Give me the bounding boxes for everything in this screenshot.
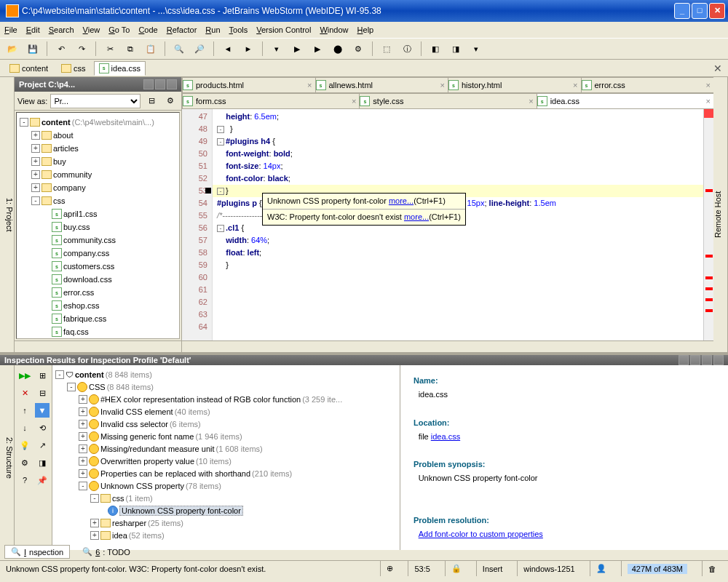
help-icon[interactable]: ⓘ	[399, 41, 415, 57]
project-panel-header: Project C:\p4...	[15, 77, 181, 92]
breadcrumb-css[interactable]: css	[56, 62, 91, 75]
filter-icon[interactable]: ▼	[35, 403, 50, 418]
code-editor[interactable]: height: 6.5em;- }-#plugins h4 { font-wei…	[213, 109, 703, 340]
status-message: Unknown CSS property font-color. W3C: Pr…	[6, 565, 266, 573]
sidetab-remote[interactable]: Remote Host	[713, 77, 728, 352]
tab-idea.css[interactable]: s idea.css ×	[537, 93, 714, 108]
run-icon[interactable]: ▶	[289, 41, 305, 57]
collapse-all-icon[interactable]: ⊟	[35, 386, 50, 400]
redo-icon[interactable]: ↷	[74, 41, 90, 57]
status-memory[interactable]: 427M of 483M	[628, 564, 687, 574]
panel-float-icon[interactable]	[155, 79, 165, 89]
ins-float-icon[interactable]	[690, 355, 700, 365]
nav-down-icon[interactable]: ↓	[17, 420, 32, 435]
remove-icon[interactable]: ✕	[17, 386, 32, 400]
sidetab-project[interactable]: 1: Project	[0, 77, 15, 352]
menu-window[interactable]: Window	[320, 25, 348, 34]
menu-version-control[interactable]: Version Control	[256, 25, 311, 34]
window-title: C:\p4\website\main\static\content - ...\…	[22, 6, 674, 16]
status-readonly-icon[interactable]: 🔒	[445, 561, 467, 576]
detail-name: idea.css	[419, 390, 448, 399]
cut-icon[interactable]: ✂	[102, 41, 118, 57]
status-encoding[interactable]: windows-1251	[517, 561, 580, 576]
back-icon[interactable]: ◄	[220, 41, 236, 57]
menu-run[interactable]: Run	[205, 25, 220, 34]
inspection-tree[interactable]: -🛡 content (8 848 items)- CSS (8 848 ite…	[52, 365, 400, 550]
tab-form.css[interactable]: s form.css ×	[182, 93, 360, 108]
minimize-button[interactable]: _	[674, 3, 690, 19]
error-stripe[interactable]	[703, 109, 713, 340]
misc1-icon[interactable]: ◧	[427, 41, 443, 57]
replace-icon[interactable]: 🔎	[191, 41, 207, 57]
close-button[interactable]: ✕	[709, 3, 725, 19]
misc2-icon[interactable]: ◨	[448, 41, 464, 57]
ins-pin-icon[interactable]	[702, 355, 712, 365]
status-inspector-icon[interactable]: 👤	[590, 561, 612, 576]
menu-code[interactable]: Code	[138, 25, 157, 34]
ins-min-icon[interactable]	[678, 355, 689, 365]
inspection-header: Inspection Results for Inspection Profil…	[0, 355, 728, 365]
menu-help[interactable]: Help	[357, 25, 374, 34]
detail-resolution-link[interactable]: Add font-color to custom properties	[419, 530, 543, 538]
menu-refactor[interactable]: Refactor	[167, 25, 197, 34]
detail-name-label: Name:	[414, 376, 438, 385]
view-as-select[interactable]: Pr...	[50, 94, 141, 108]
dropdown-icon[interactable]: ▾	[468, 41, 484, 57]
help2-icon[interactable]: ?	[17, 473, 32, 487]
tab-error.css[interactable]: s error.css ×	[581, 77, 715, 92]
menu-file[interactable]: File	[4, 25, 17, 34]
config-icon[interactable]: ⚙	[350, 41, 366, 57]
bottomtab-6: TODO[interactable]: 🔍 6: TODO	[76, 545, 137, 559]
open-icon[interactable]: 📂	[4, 41, 20, 57]
debug-icon[interactable]: ▶	[309, 41, 325, 57]
maximize-button[interactable]: □	[692, 3, 708, 19]
expand-icon[interactable]: ⊞	[35, 368, 50, 383]
rerun-icon[interactable]: ▶▶	[17, 368, 32, 383]
sidetab-structure[interactable]: 2: Structure	[0, 365, 15, 550]
ins-close-icon[interactable]	[713, 355, 724, 365]
project-panel: Project C:\p4... View as: Pr... ⊟ ⚙ - co…	[15, 77, 182, 352]
breadcrumb-idea.css[interactable]: s idea.css	[94, 61, 146, 76]
tab-products.html[interactable]: s products.html ×	[182, 77, 316, 92]
find-icon[interactable]: 🔍	[171, 41, 187, 57]
paste-icon[interactable]: 📋	[143, 41, 159, 57]
menu-go-to[interactable]: Go To	[108, 25, 130, 34]
panel-close-icon[interactable]	[167, 79, 177, 89]
breadcrumb-content[interactable]: content	[4, 62, 53, 75]
forward-icon[interactable]: ►	[240, 41, 256, 57]
vcs-icon[interactable]: ⬚	[379, 41, 395, 57]
menu-view[interactable]: View	[83, 25, 100, 34]
pin-icon[interactable]: 📌	[35, 473, 50, 487]
bulb-icon[interactable]: 💡	[17, 438, 32, 453]
nav-up-icon[interactable]: ↑	[17, 403, 32, 418]
copy-icon[interactable]: ⧉	[122, 41, 138, 57]
undo-icon[interactable]: ↶	[53, 41, 69, 57]
status-lock-icon[interactable]: ⊕	[380, 561, 399, 576]
app-logo-icon	[6, 4, 19, 17]
diff-icon[interactable]: ◨	[35, 455, 50, 470]
tab-history.html[interactable]: s history.html ×	[448, 77, 582, 92]
save-icon[interactable]: 💾	[25, 41, 41, 57]
project-panel-title: Project C:\p4...	[19, 80, 75, 89]
settings-icon[interactable]: ⚙	[162, 93, 178, 109]
bottomtab-Inspection[interactable]: 🔍 Inspection	[4, 545, 70, 559]
settings2-icon[interactable]: ⚙	[17, 455, 32, 470]
project-tree[interactable]: - content (C:\p4\website\main\...)+ abou…	[16, 112, 180, 339]
menu-tools[interactable]: Tools	[229, 25, 248, 34]
tab-allnews.html[interactable]: s allnews.html ×	[315, 77, 449, 92]
inspection-title: Inspection Results for Inspection Profil…	[4, 356, 191, 364]
inspection-toolbar: ▶▶ ⊞ ✕ ⊟ ↑ ▼ ↓ ⟲ 💡 ↗ ⚙ ◨ ? 📌	[15, 365, 52, 550]
breadcrumb-close-icon[interactable]: ✕	[713, 63, 722, 74]
menu-edit[interactable]: Edit	[26, 25, 40, 34]
autoscroll-icon[interactable]: ⟲	[35, 420, 50, 435]
inspection-detail: Name: idea.css Location: file idea.css P…	[400, 365, 728, 550]
status-trash-icon[interactable]: 🗑	[702, 561, 722, 576]
build-icon[interactable]: ▾	[269, 41, 285, 57]
menu-search[interactable]: Search	[49, 25, 74, 34]
stop-icon[interactable]: ⬤	[330, 41, 346, 57]
panel-minimize-icon[interactable]	[143, 79, 154, 89]
detail-loc-link[interactable]: idea.css	[431, 432, 460, 441]
collapse-icon[interactable]: ⊟	[143, 93, 159, 109]
export-icon[interactable]: ↗	[35, 438, 50, 453]
tab-style.css[interactable]: s style.css ×	[359, 93, 537, 108]
